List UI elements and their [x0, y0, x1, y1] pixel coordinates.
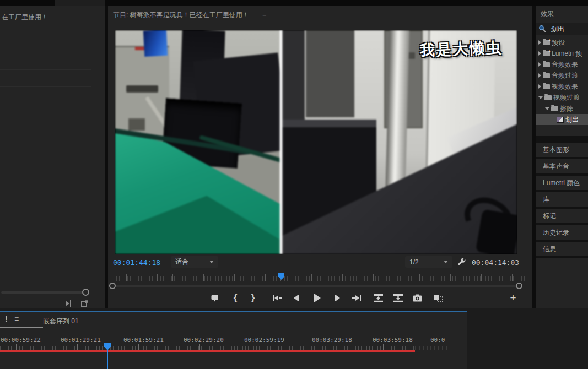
tab-markers[interactable]: 标记: [536, 209, 588, 223]
program-mini-timeline[interactable]: [111, 273, 525, 281]
video-caption-overlay: 我是大懒虫: [419, 37, 503, 60]
arrow-tail: [279, 297, 282, 299]
play-in-to-out-button[interactable]: [63, 300, 73, 307]
effects-panel: 效果 划出 ★ 预设 ★ Lumetri 预 音频效果 音频过渡: [536, 6, 588, 308]
zoom-handle-left[interactable]: [109, 283, 116, 289]
out-bar-icon: [360, 295, 361, 301]
mark-in-button[interactable]: {: [228, 291, 242, 305]
divider: [0, 84, 91, 84]
zoom-level-value: 适合: [175, 257, 188, 267]
current-timecode[interactable]: 00:01:44:18: [113, 258, 160, 267]
extract-icon: [393, 294, 403, 302]
horizontal-scrollbar[interactable]: [1, 291, 88, 294]
bar-icon: [335, 295, 336, 301]
top-bar-tab[interactable]: [55, 0, 105, 6]
tab-underline: [0, 327, 43, 328]
video-preview[interactable]: 我是大懒虫: [115, 30, 517, 254]
ruler-label: 00:02:29:20: [184, 337, 224, 344]
ruler-label: 00:02:59:19: [244, 337, 284, 344]
tab-libraries[interactable]: 库: [536, 192, 588, 207]
window-top-bar: [0, 0, 588, 6]
panel-menu-icon[interactable]: ≡: [262, 10, 267, 18]
tree-item-audio-transitions[interactable]: 音频过渡: [536, 70, 588, 81]
chevron-down-icon: [444, 261, 448, 263]
program-monitor-panel: 节目: 树莓派不再是玩具！已经在工厂里使用！ ≡: [108, 6, 532, 308]
bar-icon: [70, 300, 71, 307]
arrow-left-icon: [274, 295, 278, 301]
in-bar-icon: [273, 295, 274, 301]
effects-search-box[interactable]: 划出: [536, 23, 588, 35]
tree-item-video-effects[interactable]: 视频效果: [536, 81, 588, 92]
mark-out-button[interactable]: }: [246, 291, 260, 305]
tab-info[interactable]: 信息: [536, 242, 588, 256]
tab-lumetri-color[interactable]: Lumetri 颜色: [536, 176, 588, 190]
export-frame-button[interactable]: [79, 300, 89, 307]
export-icon: [81, 300, 88, 307]
warning-icon[interactable]: !: [5, 314, 8, 323]
tree-item-lumetri-presets[interactable]: ★ Lumetri 预: [536, 48, 588, 59]
arrow-tail: [352, 297, 355, 299]
comparison-view-button[interactable]: [431, 291, 445, 305]
timeline-ruler-ticks[interactable]: [0, 344, 415, 350]
settings-wrench-button[interactable]: [457, 258, 466, 269]
export-frame-button[interactable]: [410, 291, 424, 305]
folder-icon: [543, 73, 550, 78]
scene-blue-screen: [143, 30, 168, 57]
playback-resolution-dropdown[interactable]: 1/2: [405, 256, 452, 268]
folder-icon: [551, 106, 558, 111]
timeline-area: ! ≡ 嵌套序列 01 00:00:59:22 00:01:29:21 00:0…: [0, 308, 588, 369]
mini-playhead[interactable]: [278, 273, 284, 280]
step-back-button[interactable]: [289, 291, 304, 305]
program-panel-tab[interactable]: 节目: 树莓派不再是玩具！已经在工厂里使用！: [113, 10, 249, 20]
lift-button[interactable]: [371, 291, 385, 305]
button-editor-button[interactable]: +: [506, 292, 520, 305]
transition-wipe-icon: [557, 117, 564, 123]
search-icon: [538, 25, 547, 33]
source-monitor-panel: 在工厂里使用！: [0, 6, 105, 308]
sequence-tab[interactable]: 嵌套序列 01: [43, 317, 79, 326]
panel-gap: [536, 136, 588, 143]
tree-item-wipe-out-selected[interactable]: 划出: [536, 114, 588, 125]
ruler-label: 00:0: [430, 337, 445, 344]
tree-item-presets[interactable]: ★ 预设: [536, 37, 588, 48]
zoom-level-dropdown[interactable]: 适合: [171, 256, 218, 268]
source-panel-tab[interactable]: 在工厂里使用！: [2, 13, 48, 22]
scene-connector: [476, 209, 517, 254]
folder-icon: [543, 62, 550, 67]
tree-item-video-transitions[interactable]: 视频过渡: [536, 92, 588, 103]
folder-icon: [544, 95, 552, 100]
folder-icon: [543, 84, 550, 89]
tab-history[interactable]: 历史记录: [536, 225, 588, 240]
scene-slot: [128, 118, 145, 131]
bar-icon: [298, 295, 299, 301]
scrollbar-knob[interactable]: [82, 289, 89, 296]
divider: [0, 86, 91, 87]
tree-item-wipe-folder[interactable]: 擦除: [536, 103, 588, 114]
folder-star-icon: ★: [543, 40, 550, 45]
timeline-ruler-ticks-dim[interactable]: [415, 344, 448, 350]
video-scene: [115, 30, 517, 254]
arrow-right-icon: [355, 295, 359, 301]
chevron-right-icon: [538, 40, 541, 45]
extract-button[interactable]: [391, 291, 405, 305]
comparison-icon: [434, 294, 443, 302]
panel-menu-icon[interactable]: ≡: [14, 314, 19, 323]
tab-essential-graphics[interactable]: 基本图形: [536, 143, 588, 157]
video-clip-left: [115, 30, 282, 254]
go-to-out-button[interactable]: [349, 291, 364, 305]
add-marker-button[interactable]: [207, 291, 222, 305]
tree-item-audio-effects[interactable]: 音频效果: [536, 59, 588, 70]
play-button[interactable]: [310, 291, 325, 305]
mark-out-icon: }: [251, 292, 255, 303]
lift-icon: [374, 294, 383, 302]
zoom-handle-right[interactable]: [516, 283, 522, 289]
go-to-in-button[interactable]: [270, 291, 284, 305]
program-zoom-scrollbar[interactable]: [116, 285, 520, 287]
effects-panel-tab[interactable]: 效果: [541, 9, 554, 19]
tab-essential-sound[interactable]: 基本声音: [536, 159, 588, 173]
timeline-panel: ! ≡ 嵌套序列 01 00:00:59:22 00:01:29:21 00:0…: [0, 311, 467, 369]
ruler-label: 00:01:29:21: [61, 337, 101, 344]
play-icon: [66, 301, 69, 306]
step-forward-button[interactable]: [330, 291, 344, 305]
search-input[interactable]: 划出: [551, 25, 564, 34]
